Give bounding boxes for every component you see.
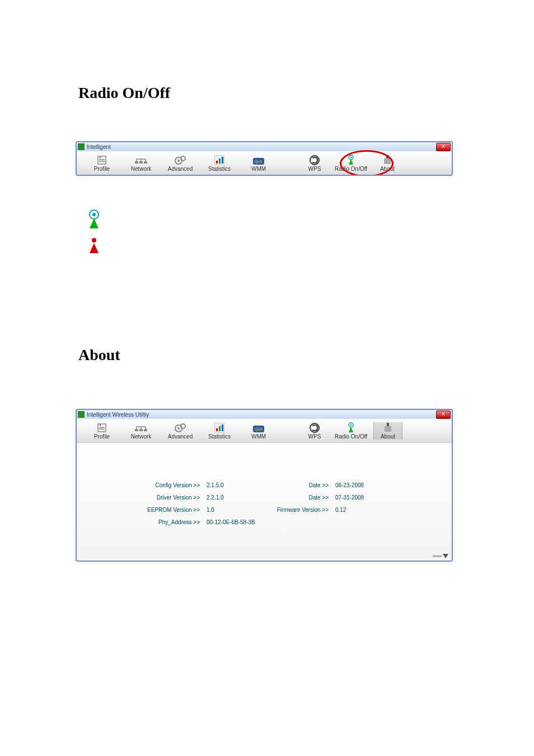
- tab-wps[interactable]: WPS: [301, 155, 329, 172]
- phy-address-label: Phy_Address >>: [133, 519, 207, 525]
- tab-network[interactable]: Network: [121, 155, 161, 172]
- about-panel: Config Version >> 2.1.5.0 Date >> 06-23-…: [77, 443, 452, 561]
- svg-rect-5: [139, 161, 143, 164]
- svg-rect-37: [139, 429, 143, 431]
- heading-about: About: [78, 346, 456, 364]
- window-intelligent: Intelligent X Profile Network Advanced: [76, 141, 453, 176]
- tab-about[interactable]: About: [373, 155, 401, 172]
- collapse-handle[interactable]: [433, 553, 449, 559]
- svg-rect-49: [222, 424, 223, 431]
- tab-label: About: [381, 433, 395, 440]
- profile-icon: [97, 155, 107, 166]
- about-icon: [383, 422, 392, 433]
- svg-text:QoS: QoS: [255, 427, 263, 432]
- tab-label: Radio On/Off: [335, 166, 367, 172]
- config-version-value: 2.1.5.0: [207, 482, 285, 488]
- svg-rect-17: [222, 157, 223, 164]
- driver-version-label: Driver Version >>: [133, 494, 207, 501]
- svg-rect-0: [98, 156, 106, 164]
- svg-marker-29: [90, 218, 99, 228]
- tab-label: Statistics: [208, 433, 231, 440]
- network-icon: [134, 422, 148, 433]
- firmware-version-value: 0.12: [335, 507, 414, 513]
- tab-profile[interactable]: Profile: [82, 422, 121, 440]
- tab-about[interactable]: About: [373, 422, 402, 440]
- svg-rect-4: [135, 161, 138, 164]
- svg-rect-36: [135, 429, 138, 431]
- svg-point-26: [386, 155, 388, 157]
- svg-point-54: [350, 424, 352, 426]
- svg-rect-15: [216, 161, 218, 164]
- tab-label: Profile: [94, 166, 110, 172]
- wmm-icon: QoS: [253, 422, 264, 433]
- driver-date-value: 07-31-2008: [335, 494, 414, 501]
- svg-rect-16: [219, 158, 221, 164]
- app-icon: [78, 411, 85, 418]
- antenna-off-icon: [86, 236, 456, 256]
- titlebar: Intelligent Wireless Utiltiy X: [77, 410, 452, 419]
- svg-rect-1: [100, 157, 101, 158]
- driver-version-value: 2.2.1.0: [207, 494, 285, 501]
- tab-wmm[interactable]: QoS WMM: [239, 155, 278, 172]
- svg-rect-48: [219, 426, 221, 431]
- antenna-icons: [86, 209, 456, 256]
- svg-point-22: [350, 156, 352, 158]
- tab-label: About: [380, 166, 395, 172]
- heading-radio: Radio On/Off: [78, 84, 456, 102]
- tab-radio[interactable]: Radio On/Off: [329, 422, 373, 440]
- svg-point-12: [177, 160, 180, 162]
- svg-rect-24: [384, 158, 391, 164]
- tab-label: Network: [131, 433, 152, 440]
- tab-statistics[interactable]: Statistics: [200, 155, 239, 172]
- svg-rect-47: [216, 428, 218, 431]
- svg-rect-59: [433, 555, 442, 557]
- svg-rect-38: [144, 429, 147, 431]
- svg-point-30: [92, 238, 96, 242]
- antenna-on-icon: [86, 209, 456, 232]
- tab-label: Statistics: [208, 166, 231, 172]
- svg-marker-23: [349, 159, 353, 165]
- svg-marker-31: [90, 243, 99, 253]
- wps-icon: [310, 422, 320, 433]
- profile-icon: [97, 422, 107, 433]
- tab-label: Advanced: [168, 433, 193, 440]
- firmware-version-label: Firmware Version >>: [261, 507, 335, 513]
- network-icon: [134, 155, 148, 166]
- toolbar: Profile Network Advanced Statistics: [77, 151, 452, 175]
- tab-profile[interactable]: Profile: [82, 155, 121, 172]
- svg-point-58: [387, 423, 389, 425]
- wps-icon: [310, 155, 320, 166]
- tab-network[interactable]: Network: [121, 422, 161, 440]
- driver-date-label: Date >>: [284, 494, 335, 501]
- tab-wmm[interactable]: QoS WMM: [239, 422, 278, 440]
- advanced-icon: [174, 155, 186, 166]
- toolbar: Profile Network Advanced Statistics: [77, 419, 452, 443]
- tab-advanced[interactable]: Advanced: [161, 422, 200, 440]
- svg-marker-55: [349, 427, 353, 432]
- tab-wps[interactable]: WPS: [301, 422, 329, 440]
- svg-point-44: [177, 427, 180, 430]
- eeprom-version-label: EEPROM Version >>: [133, 507, 207, 513]
- window-title: Intelligent Wireless Utiltiy: [87, 412, 436, 418]
- tab-label: WMM: [251, 433, 266, 440]
- about-icon: [383, 155, 392, 166]
- tab-label: Advanced: [168, 166, 193, 172]
- config-date-value: 06-23-2008: [335, 482, 414, 488]
- window-about: Intelligent Wireless Utiltiy X Profile N…: [76, 409, 453, 562]
- statistics-icon: [214, 422, 224, 433]
- svg-text:QoS: QoS: [255, 160, 263, 164]
- tab-label: WPS: [308, 433, 321, 440]
- window-title: Intelligent: [87, 144, 436, 150]
- tab-label: Radio On/Off: [335, 433, 367, 440]
- tab-label: Profile: [94, 433, 110, 440]
- radio-icon: [347, 155, 355, 166]
- tab-label: WPS: [308, 166, 321, 172]
- tab-radio[interactable]: Radio On/Off: [329, 155, 373, 172]
- config-date-label: Date >>: [284, 482, 335, 488]
- tab-statistics[interactable]: Statistics: [200, 422, 239, 440]
- svg-marker-60: [443, 554, 448, 558]
- advanced-icon: [174, 422, 186, 433]
- close-button[interactable]: X: [436, 410, 451, 419]
- close-button[interactable]: X: [436, 143, 451, 151]
- tab-advanced[interactable]: Advanced: [161, 155, 200, 172]
